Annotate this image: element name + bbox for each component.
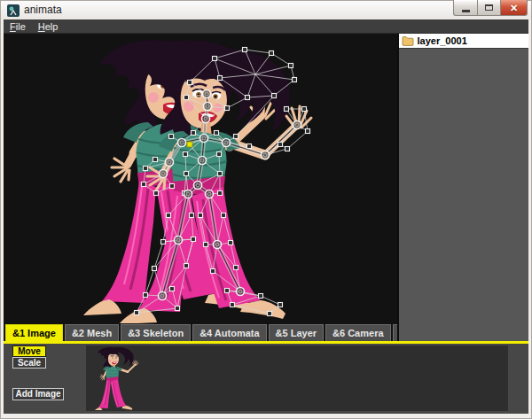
tab-automata[interactable]: &4 Automata — [192, 324, 266, 341]
tab-image[interactable]: &1 Image — [5, 324, 63, 341]
tab-view[interactable]: &7 View — [393, 324, 397, 341]
minimize-button[interactable] — [453, 0, 477, 16]
window-controls: ✕ — [453, 0, 528, 16]
minimize-icon — [462, 10, 470, 12]
close-button[interactable]: ✕ — [501, 0, 528, 16]
mode-tab-bar: &1 Image &2 Mesh &3 Skeleton &4 Automata… — [4, 323, 397, 341]
image-thumbnail[interactable] — [91, 346, 141, 410]
layer-name: layer_0001 — [418, 35, 467, 46]
tab-mesh[interactable]: &2 Mesh — [65, 324, 119, 341]
scale-button[interactable]: Scale — [12, 357, 46, 369]
mesh-canvas[interactable] — [4, 34, 397, 323]
tab-camera[interactable]: &6 Camera — [325, 324, 390, 341]
main-area: &1 Image &2 Mesh &3 Skeleton &4 Automata… — [4, 34, 528, 341]
layer-row[interactable]: layer_0001 — [399, 34, 529, 49]
app-window: animata ✕ File Help — [0, 0, 532, 419]
app-icon — [7, 4, 20, 17]
image-tool-panel: Move Scale Add Image — [4, 344, 528, 414]
move-button[interactable]: Move — [12, 345, 46, 357]
window-title: animata — [24, 1, 62, 19]
folder-icon — [402, 36, 414, 46]
editor-canvas[interactable]: &1 Image &2 Mesh &3 Skeleton &4 Automata… — [4, 34, 397, 341]
image-thumbnail-strip — [86, 345, 508, 411]
maximize-button[interactable] — [477, 0, 501, 16]
window-body: File Help — [4, 19, 528, 414]
menu-item-help[interactable]: Help — [32, 19, 65, 34]
layers-panel: layer_0001 — [397, 34, 529, 341]
add-image-button[interactable]: Add Image — [12, 388, 64, 400]
maximize-icon — [485, 4, 493, 11]
title-bar: animata ✕ — [1, 1, 531, 19]
tab-layer[interactable]: &5 Layer — [269, 324, 324, 341]
close-icon: ✕ — [510, 1, 518, 15]
menu-item-file[interactable]: File — [4, 19, 32, 34]
menu-bar: File Help — [4, 19, 528, 34]
tab-skeleton[interactable]: &3 Skeleton — [121, 324, 191, 341]
